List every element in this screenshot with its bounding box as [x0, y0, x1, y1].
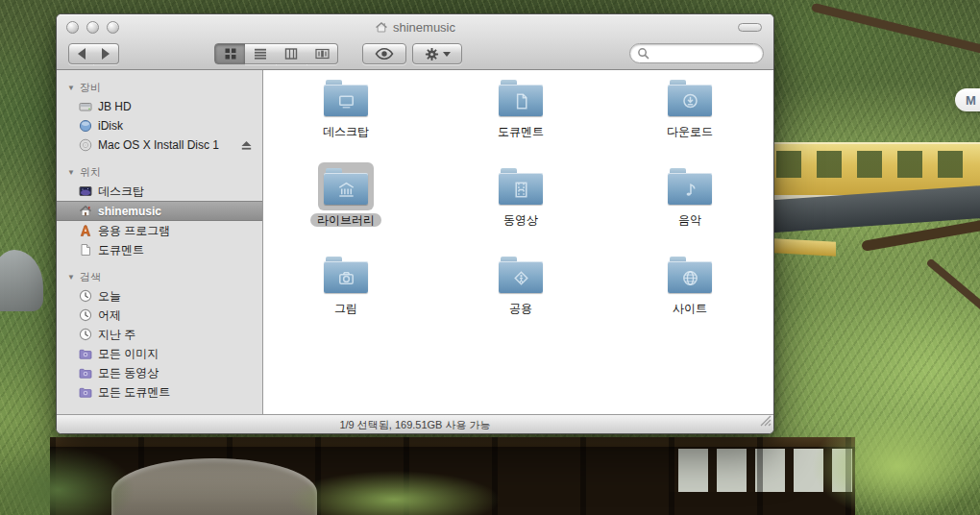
folder-movies[interactable]: 동영상 [458, 162, 583, 228]
list-view-icon [254, 47, 267, 61]
folder-icon [499, 80, 543, 116]
window-chrome: shinemusic [57, 14, 773, 70]
sidebar: ▼장비 JB HD iDisk Mac OS X Install Disc 1 [57, 70, 263, 414]
chevron-down-icon [443, 52, 451, 61]
sidebar-section-label: 장비 [80, 81, 101, 95]
folder-desktop[interactable]: 데스크탑 [283, 74, 408, 139]
window-title-area: shinemusic [375, 14, 455, 39]
disclosure-triangle-icon: ▼ [67, 84, 75, 92]
home-title-icon [375, 21, 388, 34]
sidebar-item-idisk[interactable]: iDisk [57, 116, 262, 135]
eject-icon [240, 139, 253, 151]
pictures-folder-glyph [324, 263, 368, 293]
home-icon [78, 205, 92, 217]
folder-documents[interactable]: 도큐멘트 [458, 74, 583, 139]
action-menu-button[interactable] [412, 43, 462, 64]
sidebar-item-all-movies[interactable]: 모든 동영상 [57, 363, 262, 382]
folder-pictures[interactable]: 그림 [283, 251, 408, 316]
sidebar-item-yesterday[interactable]: 어제 [57, 306, 262, 325]
idisk-icon [78, 119, 92, 133]
sidebar-item-label: iDisk [98, 119, 123, 133]
sidebar-item-today[interactable]: 오늘 [57, 286, 262, 306]
forward-arrow-icon [102, 48, 110, 60]
sidebar-item-documents[interactable]: 도큐멘트 [57, 240, 262, 259]
resize-grip[interactable] [760, 413, 772, 432]
sites-folder-glyph [668, 263, 712, 293]
sidebar-item-all-images[interactable]: 모든 이미지 [57, 344, 262, 363]
back-button[interactable] [68, 43, 94, 64]
icon-view-icon [224, 47, 237, 61]
sidebar-item-label: Mac OS X Install Disc 1 [98, 138, 219, 152]
sidebar-item-label: shinemusic [98, 205, 161, 218]
sidebar-item-jb-hd[interactable]: JB HD [57, 97, 262, 116]
folder-icon [668, 80, 712, 116]
coverflow-view-button[interactable] [306, 43, 338, 64]
folder-icon [324, 257, 368, 293]
sidebar-item-label: 모든 이미지 [98, 346, 159, 362]
sidebar-header-places[interactable]: ▼위치 [57, 163, 262, 182]
close-button[interactable] [66, 21, 79, 34]
sidebar-section-search: ▼검색 오늘 어제 지난 주 모든 이미지 [57, 268, 262, 402]
folder-downloads[interactable]: 다운로드 [627, 74, 752, 139]
search-input[interactable] [653, 44, 763, 62]
clock-icon [78, 289, 92, 303]
list-view-button[interactable] [245, 43, 277, 64]
folder-music[interactable]: 음악 [627, 162, 752, 228]
icon-view-button[interactable] [214, 43, 246, 64]
smart-folder-icon [78, 386, 92, 398]
sidebar-item-desktop[interactable]: 데스크탑 [57, 182, 262, 201]
quick-look-button[interactable] [362, 43, 406, 64]
status-text: 1/9 선택됨, 169.51GB 사용 가능 [339, 419, 490, 430]
sidebar-item-label: 도큐멘트 [98, 242, 144, 258]
folder-icon [668, 168, 712, 205]
toolbar [57, 39, 773, 70]
disclosure-triangle-icon: ▼ [67, 168, 75, 177]
file-browser-area: 데스크탑 도큐멘트 다운로드 [263, 70, 773, 414]
music-folder-glyph [668, 175, 712, 205]
folder-label: 음악 [672, 213, 708, 227]
sidebar-item-label: 지난 주 [98, 327, 135, 343]
finder-window: shinemusic [56, 13, 774, 434]
folder-public[interactable]: 공용 [458, 251, 583, 316]
applications-icon [78, 224, 92, 237]
folder-label: 도큐멘트 [491, 125, 551, 138]
folder-icon [668, 257, 712, 293]
zoom-button[interactable] [107, 21, 119, 34]
sidebar-item-label: 데스크탑 [98, 184, 144, 200]
folder-label: 동영상 [497, 213, 545, 227]
desktop-folder-glyph [324, 86, 368, 116]
sidebar-item-install-disc[interactable]: Mac OS X Install Disc 1 [57, 135, 262, 155]
sidebar-item-all-documents[interactable]: 모든 도큐멘트 [57, 382, 262, 402]
sidebar-section-devices: ▼장비 JB HD iDisk Mac OS X Install Disc 1 [57, 79, 262, 155]
minimize-button[interactable] [86, 21, 99, 34]
smart-folder-icon [78, 348, 92, 359]
sidebar-header-devices[interactable]: ▼장비 [57, 79, 262, 97]
notification-pill-text: M [966, 93, 976, 108]
background-pavilion-windows [776, 151, 970, 178]
column-view-button[interactable] [276, 43, 307, 64]
folder-label: 데스크탑 [316, 125, 376, 138]
sidebar-item-home-selected[interactable]: shinemusic [57, 201, 262, 221]
search-field[interactable] [629, 43, 764, 63]
back-arrow-icon [78, 48, 86, 60]
sidebar-header-search[interactable]: ▼검색 [57, 268, 262, 286]
toolbar-toggle-button[interactable] [738, 23, 762, 32]
background-pine-clump [0, 447, 135, 515]
gear-icon [425, 47, 439, 61]
sidebar-item-label: 모든 도큐멘트 [98, 384, 170, 401]
sidebar-item-applications[interactable]: 응용 프로그램 [57, 221, 262, 240]
folder-sites[interactable]: 사이트 [627, 251, 752, 316]
folder-label: 라이브러리 [310, 213, 381, 227]
forward-button[interactable] [93, 43, 119, 64]
notification-pill[interactable]: M [955, 88, 980, 111]
clock-icon [78, 308, 92, 322]
eject-button[interactable] [240, 139, 253, 154]
sidebar-item-past-week[interactable]: 지난 주 [57, 325, 262, 344]
coverflow-view-icon [315, 47, 330, 61]
folder-library-selected[interactable]: 라이브러리 [283, 162, 408, 228]
public-folder-glyph [499, 263, 543, 293]
status-bar: 1/9 선택됨, 169.51GB 사용 가능 [57, 414, 773, 434]
sidebar-item-label: 어제 [98, 307, 121, 324]
background-pine-clump [288, 471, 500, 515]
folder-label: 사이트 [666, 302, 714, 315]
